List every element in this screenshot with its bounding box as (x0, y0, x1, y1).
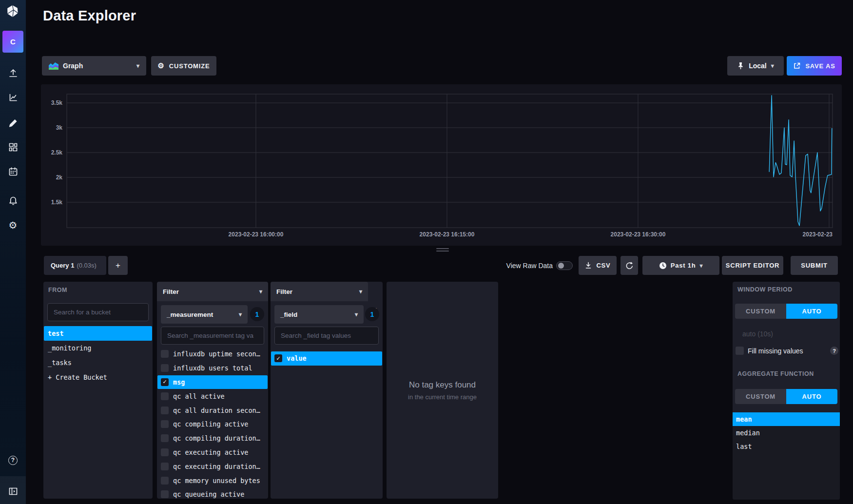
aggregate-segmented: CUSTOM AUTO (735, 389, 837, 404)
refresh-button[interactable] (620, 256, 638, 275)
fill-missing-values-checkbox[interactable] (736, 347, 744, 355)
help-icon[interactable]: ? (0, 451, 26, 469)
selected-count-badge: 1 (365, 307, 379, 321)
tag-value-row[interactable]: qc_compiling_duration… (157, 431, 268, 446)
submit-button[interactable]: SUBMIT (791, 256, 838, 275)
from-title: FROM (48, 287, 67, 293)
checkbox[interactable] (161, 448, 169, 456)
script-editor-label: SCRIPT EDITOR (726, 262, 780, 269)
checkbox[interactable] (161, 350, 169, 358)
measurement-list: influxdb_uptime_secon…influxdb_users_tot… (157, 347, 268, 499)
upload-icon[interactable] (0, 64, 26, 82)
tag-value-label: qc_compiling_active (173, 420, 248, 428)
alerts-bell-icon[interactable] (0, 192, 26, 210)
local-label: Local (749, 62, 767, 70)
tag-value-label: qc_compiling_duration… (173, 434, 260, 442)
measurement-search-input[interactable]: Search _measurement tag va (161, 327, 264, 345)
tag-value-row[interactable]: qc_executing_active (157, 446, 268, 460)
measurement-key-label: _measurement (167, 311, 213, 318)
add-query-button[interactable]: + (108, 256, 128, 275)
time-range-dropdown[interactable]: Past 1h ▾ (642, 256, 719, 275)
checkbox[interactable] (161, 490, 169, 498)
resize-handle[interactable] (436, 248, 449, 253)
data-explorer-icon[interactable] (0, 89, 26, 106)
checkbox[interactable] (161, 420, 169, 428)
bucket-item[interactable]: + Create Bucket (44, 370, 152, 385)
selected-count-badge: 1 (250, 307, 264, 321)
chevron-down-icon: ▾ (771, 62, 774, 69)
field-list: ✓value (271, 351, 382, 499)
tag-value-label: influxdb_uptime_secon… (173, 350, 260, 358)
bucket-item[interactable]: _monitoring (44, 341, 152, 355)
csv-button[interactable]: CSV (579, 256, 617, 275)
tag-value-row[interactable]: influxdb_uptime_secon… (157, 347, 268, 361)
tag-value-row[interactable]: influxdb_users_total (157, 361, 268, 375)
settings-gear-icon[interactable]: ⚙ (0, 216, 26, 234)
checkbox[interactable] (161, 407, 169, 414)
measurement-key-dropdown[interactable]: _measurement ▾ (161, 305, 248, 324)
aggregate-function-item[interactable]: mean (733, 412, 840, 426)
window-auto-button[interactable]: AUTO (786, 304, 837, 319)
chart-panel: 1.5k2k2.5k3k3.5k2023-02-23 16:00:002023-… (41, 84, 842, 246)
chevron-down-icon: ▾ (136, 62, 139, 69)
script-editor-button[interactable]: SCRIPT EDITOR (722, 256, 783, 275)
dashboards-icon[interactable] (0, 138, 26, 156)
field-key-dropdown[interactable]: _field ▾ (274, 305, 364, 324)
measurement-filter-panel: Filter ▾ _measurement ▾ 1 Search _measur… (157, 282, 268, 499)
tag-value-row[interactable]: qc_all_duration_secon… (157, 403, 268, 417)
field-search-input[interactable]: Search _field tag values (274, 327, 379, 345)
aggregate-custom-button[interactable]: CUSTOM (735, 389, 786, 404)
org-avatar[interactable]: C (2, 31, 23, 53)
tag-value-row[interactable]: qc_memory_unused_bytes (157, 473, 268, 487)
visualization-type-dropdown[interactable]: Graph ▾ (42, 56, 146, 76)
tag-value-label: qc_all_active (173, 392, 225, 400)
aggregate-function-item[interactable]: median (733, 426, 840, 440)
filter-type-dropdown[interactable]: Filter ▾ (271, 282, 368, 301)
checkbox[interactable] (161, 364, 169, 372)
chevron-down-icon: ▾ (700, 262, 703, 269)
notebooks-pencil-icon[interactable] (0, 114, 26, 132)
gear-icon: ⚙ (158, 61, 165, 70)
tag-value-row[interactable]: qc_all_active (157, 389, 268, 403)
bucket-search-input[interactable]: Search for a bucket (47, 303, 149, 321)
query-tab[interactable]: Query 1 (0.03s) (44, 256, 106, 275)
window-period-segmented: CUSTOM AUTO (735, 304, 837, 319)
checkbox[interactable]: ✓ (161, 378, 169, 386)
field-key-label: _field (280, 311, 297, 318)
question-icon[interactable]: ? (830, 347, 838, 355)
influxdb-logo-icon[interactable] (6, 5, 19, 19)
tag-value-row[interactable]: qc_queueing_active (157, 487, 268, 499)
tag-value-row[interactable]: qc_compiling_active (157, 417, 268, 431)
tag-value-row[interactable]: qc_executing_duration… (157, 459, 268, 473)
expand-sidebar-icon[interactable] (0, 483, 26, 500)
bucket-list: test_monitoring_tasks+ Create Bucket (44, 326, 152, 499)
customize-button[interactable]: ⚙ CUSTOMIZE (151, 56, 216, 76)
aggregate-function-item[interactable]: last (733, 440, 840, 453)
sidebar: C ⚙ ? (0, 0, 26, 504)
tasks-calendar-icon[interactable] (0, 163, 26, 180)
field-filter-panel: Filter ▾ × _field ▾ 1 Search _field tag … (271, 282, 383, 499)
local-dropdown[interactable]: Local ▾ (727, 56, 784, 76)
toggle-knob (558, 263, 564, 269)
chevron-down-icon: ▾ (359, 288, 362, 295)
checkbox[interactable] (161, 434, 169, 442)
tag-value-row[interactable]: ✓value (271, 351, 382, 366)
page-title: Data Explorer (43, 8, 136, 24)
checkbox[interactable]: ✓ (274, 354, 282, 362)
window-custom-button[interactable]: CUSTOM (735, 304, 786, 319)
checkbox[interactable] (161, 392, 169, 400)
checkbox[interactable] (161, 477, 169, 485)
save-as-button[interactable]: SAVE AS (787, 56, 842, 76)
bucket-item[interactable]: _tasks (44, 355, 152, 370)
aggregate-auto-button[interactable]: AUTO (786, 389, 837, 404)
checkbox[interactable] (161, 463, 169, 470)
tag-value-label: msg (173, 378, 185, 386)
bucket-item[interactable]: test (44, 326, 152, 341)
query-duration: (0.03s) (77, 262, 96, 269)
tag-value-row[interactable]: ✓msg (157, 375, 268, 389)
line-chart[interactable]: 1.5k2k2.5k3k3.5k2023-02-23 16:00:002023-… (41, 84, 842, 246)
tag-value-label: influxdb_users_total (173, 364, 252, 372)
filter-type-dropdown[interactable]: Filter ▾ (157, 282, 268, 301)
tag-value-label: qc_memory_unused_bytes (173, 477, 260, 485)
view-raw-data-toggle[interactable] (556, 261, 573, 270)
